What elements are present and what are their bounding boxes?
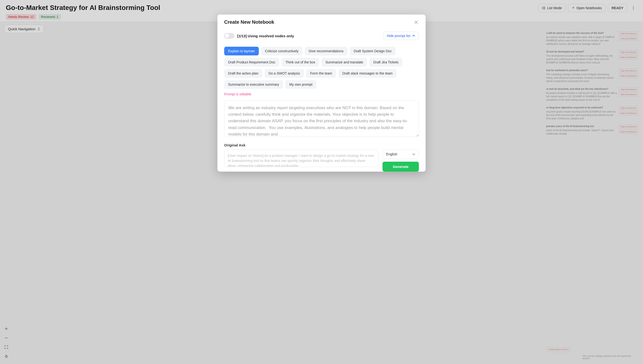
modal-overlay[interactable]: Create New Notebook [1/13] Using resolve… xyxy=(0,0,643,364)
resolved-nodes-toggle[interactable] xyxy=(224,33,234,39)
close-icon xyxy=(414,20,418,24)
modal-title: Create New Notebook xyxy=(224,19,274,25)
prompt-chip-explain-to-layman[interactable]: Explain to layman xyxy=(224,47,259,56)
original-ask-label: Original Ask xyxy=(224,143,419,147)
prompt-chip-do-a-swot-analysis[interactable]: Do a SWOT analysis xyxy=(264,69,304,78)
prompt-chip-summarize-and-translate[interactable]: Summarize and translate xyxy=(322,58,367,66)
prompt-chip-draft-system-design-doc[interactable]: Draft System Design Doc xyxy=(350,47,396,56)
prompt-chip-my-own-prompt[interactable]: My own prompt xyxy=(286,80,316,89)
prompt-editable-note: Prompt is editable xyxy=(224,92,419,96)
close-button[interactable] xyxy=(414,20,419,25)
toggle-label: [1/13] Using resolved nodes only xyxy=(237,34,294,38)
prompt-chip-draft-slack-messages-to-the-team[interactable]: Draft slack messages to the team xyxy=(338,69,396,78)
prompt-textarea[interactable] xyxy=(224,100,419,137)
prompt-chip-form-the-team[interactable]: Form the team xyxy=(306,69,336,78)
generate-button[interactable]: Generate xyxy=(382,162,419,172)
hide-prompt-label: Hide prompt list xyxy=(387,34,410,38)
prompt-chip-draft-the-action-plan[interactable]: Draft the action plan xyxy=(224,69,262,78)
prompt-chip-think-out-of-the-box[interactable]: Think out of the box xyxy=(282,58,319,66)
prompt-chip-criticize-constructively[interactable]: Criticize constructively xyxy=(261,47,302,56)
language-value: English xyxy=(386,152,397,156)
prompt-chips: Explain to laymanCriticize constructivel… xyxy=(224,47,419,89)
chevron-up-icon xyxy=(412,35,415,37)
create-notebook-modal: Create New Notebook [1/13] Using resolve… xyxy=(218,14,426,172)
original-ask-textarea[interactable] xyxy=(224,150,379,167)
prompt-chip-draft-product-requirement-doc[interactable]: Draft Product Requirement Doc xyxy=(224,58,279,66)
prompt-chip-summarize-to-executive-summary[interactable]: Summarize to executive summary xyxy=(224,80,283,89)
hide-prompt-list-button[interactable]: Hide prompt list xyxy=(383,32,419,40)
prompt-chip-draft-jira-tickets[interactable]: Draft Jira Tickets xyxy=(370,58,402,66)
chevron-down-icon xyxy=(412,153,415,155)
prompt-chip-give-recommendations[interactable]: Give recommendations xyxy=(305,47,348,56)
language-select[interactable]: English xyxy=(382,150,419,159)
